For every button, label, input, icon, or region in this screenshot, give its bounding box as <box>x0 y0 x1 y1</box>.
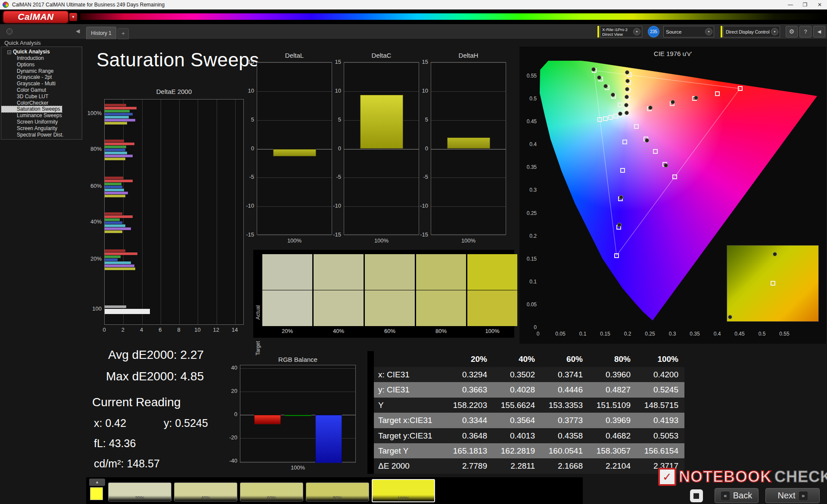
sidebar-item-introduction[interactable]: Introduction <box>1 55 82 62</box>
cie-target-square-red <box>715 91 720 96</box>
table-row-strip <box>367 428 374 443</box>
vchart-y-tick-label: -15 <box>241 231 254 238</box>
rgb-bar-red <box>254 415 281 424</box>
layout-toggle-button[interactable] <box>690 489 703 502</box>
app-icon <box>3 2 9 8</box>
source-dropdown-label: Source <box>664 29 705 34</box>
table-cell: 0.5053 <box>637 428 684 443</box>
display-control-dropdown[interactable]: Direct Display Control ▼ <box>723 26 780 37</box>
sample-swatch-20%[interactable]: 20% <box>108 482 171 501</box>
measurement-table: 20%40%60%80%100%x: CIE310.32940.35020.37… <box>367 351 684 474</box>
table-cell: 0.4193 <box>637 413 684 428</box>
cie-target-square-cyan <box>603 116 608 121</box>
vchart-y-tick-label: -5 <box>415 174 428 180</box>
current-reading-label: Current Reading <box>92 395 180 409</box>
sidebar-item-screen-angularity[interactable]: Screen Angularity <box>1 125 82 132</box>
next-button[interactable]: Next » <box>765 488 820 503</box>
table-corner <box>374 351 445 367</box>
help-button[interactable]: ? <box>799 26 811 37</box>
target-swatch-40% <box>314 290 364 326</box>
deltae-bar <box>105 140 124 142</box>
add-tab-button[interactable]: + <box>118 28 129 39</box>
sidebar-item-luminance-sweeps[interactable]: Luminance Sweeps <box>1 112 82 119</box>
back-button[interactable]: « Back <box>715 488 759 503</box>
swatch-column-label: 40% <box>314 328 364 334</box>
cie-y-tick-label: 0.15 <box>520 256 537 262</box>
cie-y-tick-label: 0.5 <box>520 96 537 102</box>
sidebar-item-color-gamut[interactable]: Color Gamut <box>1 87 82 93</box>
sidebar-item-dynamic-range[interactable]: Dynamic Range <box>1 68 82 75</box>
source-dropdown[interactable]: Source ▼ <box>663 26 714 37</box>
cie-x-tick-label: 0.55 <box>776 331 793 337</box>
table-cell: 2.7789 <box>445 458 493 473</box>
cie-y-tick-label: 0.45 <box>520 118 537 124</box>
deltal-chart-title: DeltaL <box>257 52 332 59</box>
deltal-x-label: 100% <box>257 237 332 244</box>
table-cell: 0.3741 <box>541 367 589 382</box>
current-fl-reading: fL: 43.36 <box>94 437 136 450</box>
deltae-bar <box>105 264 134 267</box>
sidebar-item-grayscale-multi[interactable]: Grayscale - Multi <box>1 81 82 87</box>
sidebar-item-grayscale-2pt[interactable]: Grayscale - 2pt <box>1 74 82 81</box>
max-de2000-reading: Max dE2000: 4.85 <box>106 370 204 383</box>
logo-menu-button[interactable]: ▼ <box>69 13 77 21</box>
meter-dropdown[interactable]: X-Rite i1Pro 2Direct View ▼ <box>600 26 642 37</box>
deltae-x-tick-label: 0 <box>99 327 109 333</box>
sidebar-item-colorchecker[interactable]: ColorChecker <box>1 100 82 106</box>
back-chevrons-icon: « <box>721 492 730 500</box>
vchart-gridline <box>257 91 332 92</box>
tab-history-1[interactable]: History 1 <box>86 27 116 39</box>
table-header-100%: 100% <box>637 351 684 367</box>
minimize-button[interactable]: — <box>783 0 798 9</box>
sidebar-root-item[interactable]: -Quick Analysis <box>1 48 82 55</box>
cie-target-square-cyan <box>613 114 618 118</box>
collapse-panel-icon[interactable]: ◀ <box>76 28 80 34</box>
rgb-y-tick-label: 0 <box>224 411 237 417</box>
settings-gear-button[interactable]: ⚙ <box>786 26 798 37</box>
vchart-y-tick-label: -15 <box>328 231 341 238</box>
sample-swatch-40%[interactable]: 40% <box>174 482 237 501</box>
table-cell: 0.4200 <box>637 367 684 382</box>
deltae-bar <box>105 230 122 233</box>
sidebar-item-spectral-power-dist[interactable]: Spectral Power Dist. <box>1 132 82 138</box>
deltac-chart: DeltaC 100% 151050-5-10-15 <box>328 51 421 245</box>
sidebar-item-3d-cube-lut[interactable]: 3D Cube LUT <box>1 93 82 100</box>
actual-swatch-100% <box>467 254 517 290</box>
cie-y-tick-label: 0 <box>520 324 537 330</box>
meter-count-badge[interactable]: 235 <box>648 26 659 37</box>
cie-target-square-blue <box>620 168 625 173</box>
target-swatch-80% <box>416 290 466 326</box>
deltae-gridline <box>217 100 217 324</box>
srgb-gamut-triangle <box>538 61 818 328</box>
collapse-right-button[interactable]: ◀ <box>813 26 825 37</box>
sidebar-item-options[interactable]: Options <box>1 62 82 68</box>
sidebar-item-screen-uniformity[interactable]: Screen Uniformity <box>1 119 82 125</box>
table-row-strip <box>367 382 374 397</box>
vchart-gridline <box>257 235 332 236</box>
vchart-gridline <box>431 91 506 92</box>
sample-swatch-80%[interactable]: 80% <box>306 482 369 501</box>
sample-swatch-bar: ▲ 20%40%60%80%100% <box>86 477 583 504</box>
cie-target-square-blue <box>614 253 619 258</box>
deltae-bar <box>105 189 124 191</box>
vchart-gridline <box>344 235 419 236</box>
workflow-nav-button[interactable] <box>6 28 12 34</box>
cie-target-square-blue <box>622 140 627 144</box>
table-corner <box>367 351 374 367</box>
vchart-gridline <box>344 91 419 92</box>
table-cell: 0.4682 <box>589 428 637 443</box>
vchart-gridline <box>344 206 419 207</box>
sample-swatch-60%[interactable]: 60% <box>240 482 303 501</box>
sample-swatch-100%[interactable]: 100% <box>372 479 435 502</box>
calman-logo[interactable]: CalMAN <box>3 11 68 23</box>
cie-measured-circle-red <box>694 96 698 100</box>
meter-accent-strip <box>597 26 599 37</box>
close-button[interactable]: ✕ <box>812 0 827 9</box>
expand-swatch-bar-button[interactable]: ▲ <box>89 479 105 486</box>
maximize-button[interactable]: ❐ <box>798 0 812 9</box>
tree-expander-icon[interactable]: - <box>7 50 11 54</box>
deltae-bar <box>105 116 129 118</box>
next-button-label: Next <box>777 491 795 501</box>
sidebar-item-saturation-sweeps[interactable]: Saturation Sweeps <box>1 106 62 112</box>
window-title: CalMAN 2017 CalMAN Ultimate for Business… <box>12 2 783 8</box>
